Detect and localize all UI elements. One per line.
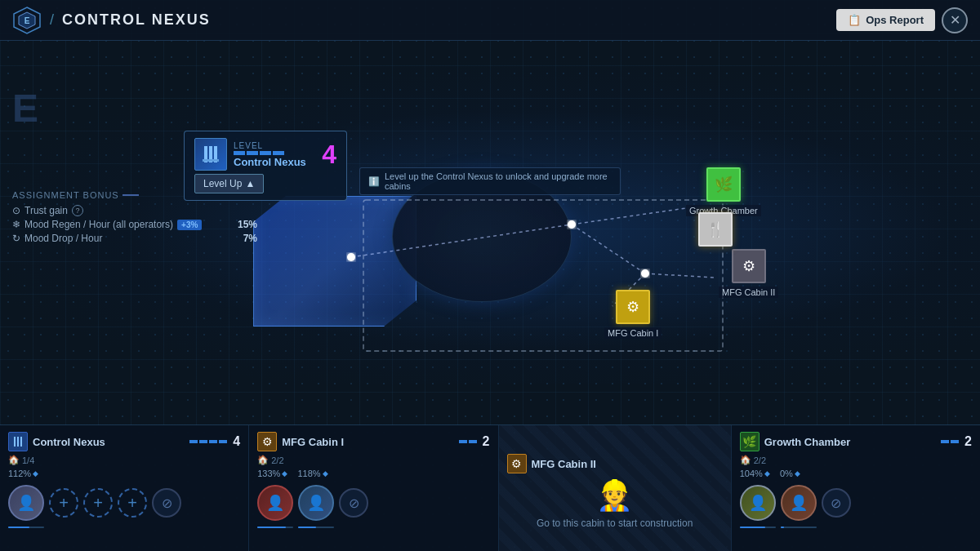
header-right: 📋 Ops Report ✕	[836, 7, 968, 33]
mfg2-title: ⚙ MFG Cabin II	[507, 454, 596, 473]
mfg1-slots-text: 2/2	[271, 455, 283, 465]
level-bar-3	[260, 151, 271, 155]
header: E / CONTROL NEXUS 📋 Ops Report ✕	[0, 0, 980, 41]
mfg1-diamond-2: ◆	[323, 469, 328, 478]
info-tooltip: ℹ️ Level up the Control Nexus to unlock …	[359, 167, 621, 195]
bonus-row-mood-regen: ❄ Mood Regen / Hour (all operators) +3% …	[12, 219, 257, 230]
gc-level-num: 2	[964, 434, 972, 449]
cn-op-bars	[8, 526, 240, 528]
cn-level-bars	[189, 440, 227, 443]
mood-regen-text: Mood Regen / Hour (all operators)	[24, 219, 173, 230]
room-node-growth-chamber[interactable]: 🌿 Growth Chamber	[686, 167, 761, 216]
svg-rect-15	[203, 159, 219, 162]
trust-label-text: Trust gain	[24, 205, 68, 216]
header-left: E / CONTROL NEXUS	[12, 6, 211, 35]
mfg1-slots-icon: 🏠	[257, 455, 269, 465]
cn-slots: 🏠 1/4	[8, 455, 240, 465]
mfg1-op-bar-2	[298, 527, 334, 528]
base-structure	[253, 196, 416, 327]
cn-name: Control Nexus	[33, 436, 105, 448]
room-node-cooking: 🍴	[698, 212, 733, 247]
mfg1-level-bars	[459, 440, 477, 443]
gc-diamond-1: ◆	[764, 469, 770, 478]
gc-bar2	[951, 440, 959, 443]
svg-rect-17	[17, 437, 19, 447]
cn-add-btn-3[interactable]: +	[118, 488, 147, 518]
gc-name: Growth Chamber	[764, 436, 850, 448]
gc-slots-icon: 🏠	[740, 455, 751, 465]
nexus-popup: LEVEL Control Nexus 4 Level Up ▲	[184, 131, 347, 201]
gc-stats: 104% ◆ 0% ◆	[740, 469, 972, 478]
construction-worker-icon: 👷	[596, 478, 633, 513]
close-button[interactable]: ✕	[942, 7, 968, 33]
mfg1-stats: 133% ◆ 118% ◆	[257, 469, 489, 478]
cn-remove-btn[interactable]: ⊘	[152, 488, 181, 518]
cabin-card-mfg-ii[interactable]: ⚙ MFG Cabin II 👷 Go to this cabin to sta…	[499, 425, 732, 551]
ops-report-icon: 📋	[848, 14, 861, 26]
room-node-mfg-cabin-i[interactable]: ⚙ MFG Cabin I	[604, 290, 662, 339]
mfg2-header: ⚙ MFG Cabin II	[499, 447, 731, 473]
gc-op-bar-2	[781, 527, 817, 528]
cn-add-btn-2[interactable]: +	[83, 488, 113, 518]
gc-stat-2-val: 0%	[780, 469, 793, 478]
cabin-cards: Control Nexus 4 🏠 1/4 112	[0, 424, 980, 551]
close-icon: ✕	[950, 12, 960, 28]
ops-report-button[interactable]: 📋 Ops Report	[836, 9, 935, 31]
header-title: CONTROL NEXUS	[62, 11, 211, 29]
construction-text: Go to this cabin to start construction	[537, 518, 693, 529]
mood-regen-icon: ❄	[12, 219, 20, 230]
cn-bar2	[199, 440, 207, 443]
gc-remove-btn[interactable]: ⊘	[822, 488, 851, 518]
mood-drop-text: Mood Drop / Hour	[24, 233, 102, 244]
tooltip-text: Level up the Control Nexus to unlock and…	[385, 171, 612, 191]
cabin-card-mfg-i[interactable]: ⚙ MFG Cabin I 2 🏠 2/2 133% ◆	[249, 425, 498, 551]
mfg1-stat-1-val: 133%	[257, 469, 280, 478]
gc-operators: 👤 👤 ⊘	[740, 485, 972, 521]
cn-stat-1-val: 112%	[8, 469, 31, 478]
gc-level-bars	[941, 440, 959, 443]
mfg1-remove-btn[interactable]: ⊘	[339, 488, 368, 518]
bonus-label-mood-regen: ❄ Mood Regen / Hour (all operators) +3%	[12, 219, 202, 230]
cn-add-btn-1[interactable]: +	[49, 488, 78, 518]
nexus-info: LEVEL Control Nexus	[234, 141, 309, 168]
header-separator: /	[50, 11, 54, 29]
gc-stat-1-val: 104%	[740, 469, 763, 478]
room-node-mfg-cabin-ii[interactable]: ⚙ MFG Cabin II	[719, 249, 778, 298]
cn-bar3	[209, 440, 217, 443]
trust-help-icon[interactable]: ?	[72, 205, 83, 216]
cn-operators: 👤 + + + ⊘	[8, 485, 240, 521]
gc-level: 2	[941, 434, 972, 449]
mfg1-level: 2	[459, 434, 490, 449]
level-up-button[interactable]: Level Up ▲	[194, 174, 264, 193]
level-label: LEVEL	[234, 141, 309, 150]
cn-bar4	[219, 440, 227, 443]
mood-drop-value: 7%	[243, 233, 257, 244]
level-bar-4	[273, 151, 284, 155]
mfg-cabin-i-label: MFG Cabin I	[604, 327, 662, 339]
cooking-icon: 🍴	[698, 212, 733, 247]
gc-operator-1: 👤	[740, 485, 776, 521]
cn-stat-1: 112% ◆	[8, 469, 38, 478]
mfg1-operator-1: 👤	[257, 485, 293, 521]
nexus-icon	[194, 138, 227, 171]
mfg1-diamond-1: ◆	[282, 469, 287, 478]
mfg1-operators: 👤 👤 ⊘	[257, 485, 489, 521]
gc-slots-text: 2/2	[754, 455, 766, 465]
cn-header: Control Nexus 4	[8, 432, 240, 451]
trust-icon: ⊙	[12, 205, 20, 216]
level-bars	[234, 151, 309, 155]
mfg1-stat-2: 118% ◆	[297, 469, 327, 478]
mfg1-operator-2: 👤	[298, 485, 334, 521]
mfg-cabin-ii-label: MFG Cabin II	[719, 287, 778, 298]
cn-slots-icon: 🏠	[8, 455, 20, 465]
cabin-card-growth-chamber[interactable]: 🌿 Growth Chamber 2 🏠 2/2 104%	[732, 425, 980, 551]
app-logo: E	[12, 6, 42, 35]
cabin-card-control-nexus[interactable]: Control Nexus 4 🏠 1/4 112	[0, 425, 249, 551]
mfg2-card-icon: ⚙	[507, 454, 527, 473]
mfg1-name: MFG Cabin I	[282, 436, 344, 448]
logo-watermark: E	[12, 86, 37, 131]
gc-stat-2: 0% ◆	[780, 469, 800, 478]
gc-header: 🌿 Growth Chamber 2	[740, 432, 972, 451]
cn-card-icon	[8, 432, 28, 451]
mood-drop-icon: ↻	[12, 233, 20, 244]
